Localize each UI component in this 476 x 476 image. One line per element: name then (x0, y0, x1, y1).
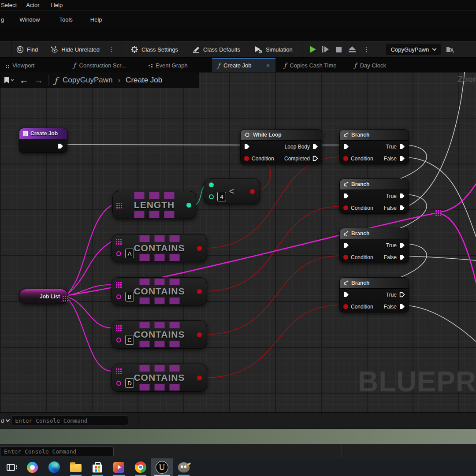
breadcrumb-current[interactable]: Create Job (126, 76, 162, 85)
play-options-icon[interactable]: ⋮ (360, 45, 373, 53)
eject-button[interactable] (346, 44, 358, 55)
contains-node-d[interactable]: CONTAINS D (112, 364, 207, 392)
console-command-input[interactable] (11, 416, 128, 425)
tab-copies-cash-time[interactable]: ƒ Copies Cash Time (278, 58, 342, 72)
array-input-pin[interactable] (116, 325, 117, 327)
key-value-field[interactable]: D (125, 378, 134, 388)
true-exec-pin[interactable] (399, 144, 405, 149)
frame-skip-button[interactable] (320, 44, 331, 55)
stop-button[interactable] (333, 44, 345, 55)
tab-day-clock[interactable]: ƒ Day Clock (349, 58, 392, 72)
taskbar-file-explorer-button[interactable] (65, 458, 86, 476)
while-loop-node[interactable]: While Loop Loop Body Condition Completed (240, 129, 322, 164)
forward-button[interactable]: → (34, 75, 43, 86)
job-list-variable-node[interactable]: Job List (19, 289, 68, 304)
contains-node-c[interactable]: CONTAINS C (112, 320, 207, 349)
true-exec-pin[interactable] (399, 242, 405, 248)
hide-unrelated-options-icon[interactable]: ⋮ (104, 45, 118, 53)
branch-node-2[interactable]: Branch True Condition False (339, 178, 409, 214)
bool-output-pin[interactable] (250, 189, 255, 194)
length-node[interactable]: LENGTH (112, 191, 196, 219)
menu-help-2[interactable]: Help (85, 16, 108, 23)
menu-help[interactable]: Help (45, 2, 68, 8)
menu-actor[interactable]: Actor (20, 2, 45, 8)
exec-input-pin[interactable] (343, 292, 349, 298)
menu-select[interactable]: Select (0, 2, 20, 8)
exec-output-pin[interactable] (58, 143, 63, 149)
taskbar-edge-button[interactable] (43, 458, 65, 476)
condition-input-pin[interactable] (343, 205, 348, 210)
tab-viewport[interactable]: Viewport (0, 58, 40, 72)
key-input-pin[interactable] (116, 338, 121, 342)
exec-input-pin[interactable] (343, 144, 349, 149)
create-job-event-node[interactable]: Create Job (19, 128, 67, 153)
key-input-pin[interactable] (116, 251, 121, 256)
blueprint-graph-canvas[interactable]: BLUEPRINT Create Job While Loop L (0, 72, 476, 412)
hide-unrelated-button[interactable]: Hide Unrelated (45, 41, 104, 57)
loop-body-exec-pin[interactable] (312, 144, 318, 149)
array-input-pin[interactable] (116, 203, 118, 204)
true-exec-pin[interactable] (399, 193, 405, 199)
condition-input-pin[interactable] (343, 304, 348, 309)
condition-input-pin[interactable] (343, 255, 348, 260)
int-input-pin-a[interactable] (209, 182, 214, 187)
key-input-pin[interactable] (116, 381, 121, 386)
tab-event-graph[interactable]: Event Graph (143, 58, 193, 72)
key-value-field[interactable]: A (125, 249, 134, 258)
back-button[interactable]: ← (19, 75, 29, 86)
bool-output-pin[interactable] (197, 376, 202, 380)
taskbar-microsoft-store-button[interactable] (86, 458, 108, 476)
bookmarks-icon[interactable] (4, 77, 14, 84)
class-settings-button[interactable]: Class Settings (126, 41, 183, 57)
bool-output-pin[interactable] (197, 289, 202, 294)
taskbar-copilot-button[interactable] (22, 458, 43, 476)
completed-exec-pin[interactable] (312, 156, 318, 161)
taskbar-media-player-button[interactable] (108, 458, 130, 476)
tab-construction-script[interactable]: ƒ Construction Scr... (67, 58, 131, 72)
menu-tools[interactable]: Tools (53, 16, 78, 23)
debug-object-dropdown[interactable]: CopyGuyPawn (386, 44, 441, 55)
find-button[interactable]: Find (11, 41, 43, 57)
console-command-input-2[interactable] (0, 446, 114, 456)
key-value-field[interactable]: B (125, 292, 134, 301)
array-input-pin[interactable] (116, 282, 117, 283)
contains-node-b[interactable]: CONTAINS B (112, 277, 207, 305)
array-output-pin[interactable] (63, 296, 64, 297)
menu-window[interactable]: Window (14, 16, 45, 23)
simulation-button[interactable]: Simulation (249, 41, 298, 57)
key-value-field[interactable]: C (125, 335, 134, 345)
false-exec-pin[interactable] (399, 254, 405, 260)
key-input-pin[interactable] (116, 294, 121, 299)
branch-node-4[interactable]: Branch True Condition False (339, 277, 409, 312)
taskbar-unreal-engine-button[interactable]: U (151, 458, 173, 476)
int-default-value-field[interactable]: 4 (217, 192, 226, 201)
debug-filter-icon[interactable] (446, 46, 455, 53)
false-exec-pin[interactable] (399, 156, 405, 161)
bool-output-pin[interactable] (197, 332, 202, 337)
exec-input-pin[interactable] (343, 242, 349, 248)
int-input-pin-b[interactable] (209, 194, 214, 199)
true-exec-pin[interactable] (399, 292, 405, 298)
breadcrumb-parent[interactable]: CopyGuyPawn (63, 76, 112, 85)
play-button[interactable] (307, 44, 318, 55)
exec-input-pin[interactable] (343, 193, 349, 199)
contains-node-a[interactable]: CONTAINS A (112, 234, 207, 262)
exec-input-pin[interactable] (244, 144, 250, 149)
false-exec-pin[interactable] (399, 205, 405, 211)
less-than-node[interactable]: < 4 (204, 178, 260, 204)
tab-create-job[interactable]: ƒ Create Job × (212, 58, 275, 72)
condition-input-pin[interactable] (244, 156, 249, 161)
branch-node-3[interactable]: Branch True Condition False (339, 228, 409, 263)
console-dropdown[interactable]: d (0, 417, 11, 424)
false-exec-pin[interactable] (399, 304, 405, 309)
menu-debug-partial[interactable]: g (0, 16, 7, 23)
close-tab-icon[interactable]: × (267, 62, 270, 69)
condition-input-pin[interactable] (343, 156, 348, 161)
bool-output-pin[interactable] (197, 246, 202, 251)
int-output-pin[interactable] (186, 203, 191, 208)
taskbar-chrome-button[interactable] (130, 458, 151, 476)
taskbar-task-view-button[interactable] (0, 458, 22, 476)
reroute-node[interactable] (435, 210, 437, 212)
taskbar-gimp-button[interactable] (173, 458, 194, 476)
array-input-pin[interactable] (116, 239, 117, 240)
